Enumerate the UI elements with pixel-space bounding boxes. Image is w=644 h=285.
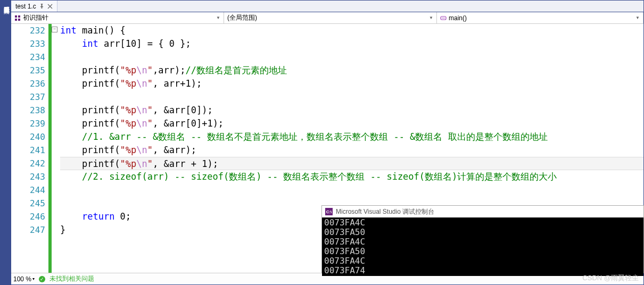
line-number: 241 bbox=[11, 144, 45, 157]
member-label: main() bbox=[449, 14, 467, 22]
code-line[interactable]: printf("%p\n", &arr); bbox=[60, 144, 643, 157]
chevron-down-icon: ▼ bbox=[216, 15, 220, 20]
project-icon bbox=[14, 15, 21, 21]
code-line[interactable]: printf("%p\n", &arr[0]); bbox=[60, 104, 643, 117]
fold-column: − bbox=[52, 24, 59, 273]
function-icon bbox=[440, 15, 447, 21]
line-number: 247 bbox=[11, 223, 45, 237]
line-number: 235 bbox=[11, 64, 45, 77]
svg-rect-3 bbox=[18, 19, 20, 21]
line-gutter: 2322332342352362372382392402412422432442… bbox=[11, 24, 48, 273]
tab-bar: test 1.c bbox=[11, 1, 643, 12]
member-dropdown[interactable]: main() ▼ bbox=[437, 12, 643, 23]
line-number: 242 bbox=[11, 157, 45, 170]
line-number: 239 bbox=[11, 117, 45, 130]
code-line[interactable]: int main() { bbox=[60, 24, 643, 37]
debug-console: C:\ Microsoft Visual Studio 调试控制台 0073FA… bbox=[321, 205, 644, 273]
code-line[interactable]: printf("%p\n", &arr + 1); bbox=[60, 157, 643, 170]
code-line[interactable]: //2. sizeof(arr) -- sizeof(数组名) -- 数组名表示… bbox=[60, 170, 643, 183]
line-number: 232 bbox=[11, 24, 45, 37]
fold-toggle[interactable]: − bbox=[52, 27, 57, 32]
line-number: 237 bbox=[11, 90, 45, 104]
close-icon[interactable] bbox=[47, 4, 53, 9]
console-titlebar[interactable]: C:\ Microsoft Visual Studio 调试控制台 bbox=[322, 206, 643, 217]
line-number: 245 bbox=[11, 197, 45, 210]
console-line: 0073FA4C bbox=[324, 256, 641, 266]
dropdown-bar: 初识指针 ▼ (全局范围) ▼ main() ▼ bbox=[11, 12, 643, 24]
check-icon: ✓ bbox=[39, 276, 45, 282]
line-number: 238 bbox=[11, 104, 45, 117]
console-line: 0073FA4C bbox=[324, 237, 641, 247]
code-line[interactable] bbox=[60, 183, 643, 197]
console-line: 0073FA4C bbox=[324, 218, 641, 228]
scope-dropdown[interactable]: 初识指针 ▼ bbox=[11, 12, 224, 23]
vertical-toolbar[interactable]: 服务器资源管理器 工具箱 bbox=[0, 0, 11, 285]
svg-point-6 bbox=[443, 18, 444, 19]
chevron-down-icon: ▾ bbox=[32, 276, 35, 281]
scope-label: 初识指针 bbox=[23, 13, 48, 22]
svg-rect-1 bbox=[18, 15, 20, 18]
console-title: Microsoft Visual Studio 调试控制台 bbox=[336, 207, 434, 216]
svg-point-7 bbox=[444, 18, 445, 19]
zoom-control[interactable]: 100 % ▾ bbox=[13, 275, 35, 283]
code-line[interactable]: printf("%p\n", arr+1); bbox=[60, 77, 643, 90]
svg-point-5 bbox=[442, 18, 443, 19]
pin-icon[interactable] bbox=[39, 4, 44, 9]
line-number: 244 bbox=[11, 183, 45, 197]
code-line[interactable]: int arr[10] = { 0 }; bbox=[60, 37, 643, 51]
line-number: 233 bbox=[11, 37, 45, 51]
console-line: 0073FA50 bbox=[324, 228, 641, 237]
code-line[interactable] bbox=[60, 90, 643, 104]
code-line[interactable]: //1. &arr -- &数组名 -- 数组名不是首元素地址，数组名表示整个数… bbox=[60, 130, 643, 144]
vs-icon: C:\ bbox=[325, 208, 333, 215]
zoom-value: 100 % bbox=[13, 275, 31, 283]
line-number: 246 bbox=[11, 210, 45, 223]
line-number: 240 bbox=[11, 130, 45, 144]
console-output: 0073FA4C0073FA500073FA4C0073FA500073FA4C… bbox=[322, 217, 643, 276]
chevron-down-icon: ▼ bbox=[429, 15, 433, 20]
issues-text: 未找到相关问题 bbox=[49, 274, 94, 283]
console-line: 0073FA50 bbox=[324, 247, 641, 256]
tab-filename: test 1.c bbox=[15, 3, 36, 10]
context-label: (全局范围) bbox=[227, 13, 257, 22]
line-number: 243 bbox=[11, 170, 45, 183]
code-line[interactable]: printf("%p\n", &arr[0]+1); bbox=[60, 117, 643, 130]
code-line[interactable]: printf("%p\n",arr);//数组名是首元素的地址 bbox=[60, 64, 643, 77]
svg-rect-2 bbox=[15, 19, 17, 21]
watermark: CSDN @雨翼轻尘 bbox=[582, 273, 639, 283]
context-dropdown[interactable]: (全局范围) ▼ bbox=[224, 12, 437, 23]
line-number: 234 bbox=[11, 51, 45, 64]
chevron-down-icon: ▼ bbox=[635, 15, 640, 20]
line-number: 236 bbox=[11, 77, 45, 90]
svg-rect-0 bbox=[15, 15, 17, 18]
code-line[interactable] bbox=[60, 51, 643, 64]
tab-file[interactable]: test 1.c bbox=[11, 1, 57, 12]
